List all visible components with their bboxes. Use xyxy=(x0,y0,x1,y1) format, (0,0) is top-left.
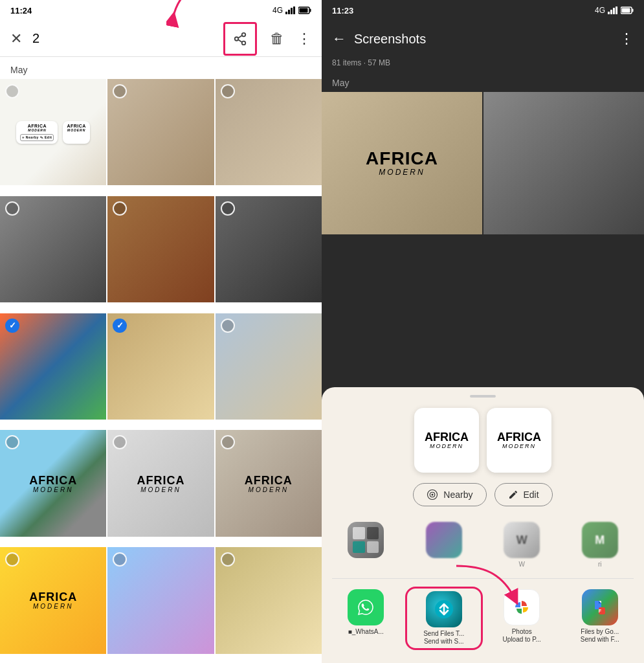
thumb1-africa: AFRICA xyxy=(425,431,469,443)
photo-grid: AFRICA MODERN ⟡ Nearby ✎ Edit AFRICA MOD… xyxy=(0,79,322,663)
svg-text:F: F xyxy=(599,609,602,613)
right-photo-man[interactable] xyxy=(483,92,644,234)
svg-rect-0 xyxy=(285,12,287,14)
right-subtitle: 81 items · 57 MB xyxy=(322,57,644,73)
sendfiles-icon xyxy=(426,591,462,627)
photo-cell-colorful[interactable] xyxy=(0,313,106,420)
filesgo-label: Files by Go...Send with F... xyxy=(581,628,619,644)
back-icon[interactable]: ← xyxy=(332,30,346,47)
cell-checkbox-6[interactable] xyxy=(5,319,19,333)
edit-icon xyxy=(508,489,518,500)
right-phone-panel: 11:23 4G ← Screenshots ⋮ 81 items · 57 M… xyxy=(322,0,644,663)
photo-cell-man1[interactable] xyxy=(0,196,106,302)
photo-cell-africa3[interactable]: AFRICA MODERN xyxy=(216,430,322,536)
blurred-app-1 xyxy=(327,519,405,570)
right-toolbar: ← Screenshots ⋮ xyxy=(322,21,644,57)
send-files-app[interactable]: Send Files T...Send with S... xyxy=(405,587,483,650)
svg-point-9 xyxy=(242,41,246,44)
svg-rect-18 xyxy=(622,8,630,13)
cell-checkbox-4[interactable] xyxy=(113,201,127,216)
svg-rect-14 xyxy=(613,8,615,14)
photo-cell-man2[interactable] xyxy=(216,196,322,302)
more-icon[interactable]: ⋮ xyxy=(297,30,311,47)
right-more-icon[interactable]: ⋮ xyxy=(619,30,634,47)
photo-cell-africa-word[interactable]: AFRICA MODERN xyxy=(107,430,214,536)
photo-cell-africa-yellow[interactable]: AFRICA MODERN xyxy=(0,547,106,653)
right-time: 11:23 xyxy=(332,6,353,16)
blurred-app-4: M ri xyxy=(561,519,639,570)
svg-rect-6 xyxy=(300,8,308,13)
sendfiles-logo xyxy=(434,599,454,620)
svg-rect-3 xyxy=(293,6,295,14)
svg-point-19 xyxy=(432,494,434,496)
svg-rect-12 xyxy=(608,12,610,14)
photo-cell-africa-cards[interactable]: AFRICA MODERN ⟡ Nearby ✎ Edit AFRICA MOD… xyxy=(0,79,106,185)
sheet-thumb-africa-2: AFRICA MODERN xyxy=(497,431,541,449)
edit-button[interactable]: Edit xyxy=(494,483,553,506)
cell-checkbox-1[interactable] xyxy=(113,84,127,98)
photo-cell-brown-pot[interactable] xyxy=(107,196,214,302)
photo-cell-living[interactable] xyxy=(216,313,322,420)
nearby-label: Nearby xyxy=(443,489,472,500)
svg-line-11 xyxy=(238,39,242,42)
nearby-icon xyxy=(427,489,438,500)
left-status-right: 4G xyxy=(272,6,311,15)
photo-cell-room2[interactable] xyxy=(216,79,322,185)
cell-checkbox-10[interactable] xyxy=(113,435,127,449)
photo-cell-sofa[interactable] xyxy=(107,313,214,420)
africa-text-4: AFRICA MODERN xyxy=(29,591,77,610)
gphotos-icon xyxy=(504,589,540,625)
gphotos-app[interactable]: PhotosUpload to P... xyxy=(483,587,561,650)
gphotos-logo xyxy=(511,597,532,618)
whatsapp-logo xyxy=(355,597,376,618)
may-section-label: May xyxy=(0,57,322,79)
cell-checkbox-14[interactable] xyxy=(221,552,235,567)
photo-cell-africa-street[interactable]: AFRICA MODERN xyxy=(0,430,106,536)
share-button[interactable] xyxy=(223,22,257,56)
cell-checkbox-2[interactable] xyxy=(221,84,235,98)
photo-cell-kitchen[interactable] xyxy=(216,547,322,653)
left-4g: 4G xyxy=(272,6,283,15)
right-photo-preview: AFRICA MODERN xyxy=(322,92,644,234)
left-status-bar: 11:24 4G xyxy=(0,0,322,21)
gphotos-label: PhotosUpload to P... xyxy=(503,628,541,644)
right-africa-text: AFRICA MODERN xyxy=(366,150,438,177)
left-time: 11:24 xyxy=(10,6,32,16)
cell-checkbox-0[interactable] xyxy=(5,84,19,98)
bottom-apps-row: ■_WhatsA... Send Files T...Send with S..… xyxy=(322,581,644,650)
nearby-button[interactable]: Nearby xyxy=(413,483,486,506)
africa-text-3: AFRICA MODERN xyxy=(245,474,293,493)
close-icon[interactable]: ✕ xyxy=(10,30,22,47)
whatsapp-app[interactable]: ■_WhatsA... xyxy=(327,587,405,650)
right-photo-africa[interactable]: AFRICA MODERN xyxy=(322,92,482,234)
selection-count: 2 xyxy=(32,31,213,46)
filesgo-app[interactable]: F Files by Go...Send with F... xyxy=(561,587,639,650)
sheet-images-row: AFRICA MODERN AFRICA MODERN xyxy=(322,408,644,483)
thumb2-modern: MODERN xyxy=(497,443,541,449)
signal-icon xyxy=(285,6,296,14)
cell-checkbox-5[interactable] xyxy=(221,201,235,216)
svg-point-8 xyxy=(235,37,239,41)
blurred-apps-row: W W M ri xyxy=(322,519,644,576)
filesgo-logo: F xyxy=(590,597,610,618)
delete-icon[interactable]: 🗑 xyxy=(270,30,284,47)
cell-checkbox-12[interactable] xyxy=(5,552,19,567)
blurred-app-3-label: W xyxy=(519,561,525,568)
cell-checkbox-3[interactable] xyxy=(5,201,19,216)
cell-checkbox-11[interactable] xyxy=(221,435,235,449)
svg-point-7 xyxy=(242,32,246,36)
africa-text-2: AFRICA MODERN xyxy=(137,474,184,493)
left-toolbar: ✕ 2 xyxy=(0,21,322,57)
svg-rect-2 xyxy=(291,8,293,14)
cell-checkbox-7[interactable] xyxy=(113,319,127,333)
photo-cell-room1[interactable]: . xyxy=(107,79,214,185)
cell-checkbox-8[interactable] xyxy=(221,319,235,333)
sheet-thumb-africa-1: AFRICA MODERN xyxy=(425,431,469,449)
sheet-handle xyxy=(470,395,496,398)
cell-checkbox-13[interactable] xyxy=(113,552,127,567)
left-phone-panel: 11:24 4G ✕ 2 xyxy=(0,0,322,663)
svg-line-10 xyxy=(238,35,242,38)
photo-cell-clothing[interactable] xyxy=(107,547,214,653)
filesgo-icon: F xyxy=(582,589,618,625)
cell-checkbox-9[interactable] xyxy=(5,435,19,449)
